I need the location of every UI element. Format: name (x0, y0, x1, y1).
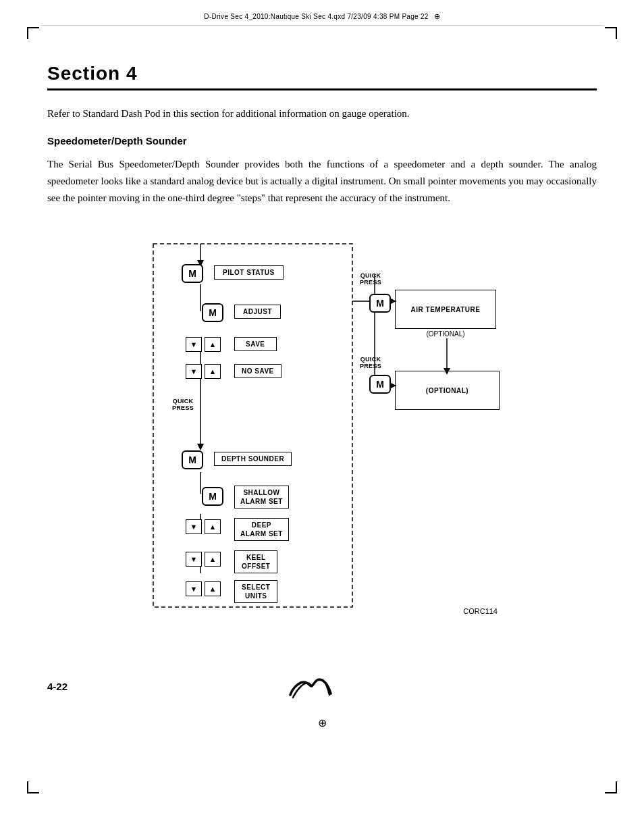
select-units-up-arrow[interactable]: ▲ (205, 581, 221, 596)
footer: 4-22 (0, 656, 644, 716)
air-temp-box: AIR TEMPERATURE (395, 290, 496, 329)
pilot-status-m-button[interactable]: M (182, 264, 203, 283)
quick-press-left-label: QUICKPRESS (172, 398, 194, 411)
shallow-alarm-m-button[interactable]: M (202, 487, 223, 506)
adjust-label: ADJUST (234, 305, 281, 319)
save-label: SAVE (234, 337, 277, 351)
diagram: M PILOT STATUS M ADJUST ▼ ▲ SAVE ▼ ▲ NO … (146, 224, 498, 615)
depth-sounder-label: DEPTH SOUNDER (214, 452, 292, 466)
shallow-alarm-label: SHALLOWALARM SET (234, 486, 289, 509)
water-temp-m-button[interactable]: M (369, 375, 391, 394)
water-temp-label: (OPTIONAL) (426, 387, 468, 394)
depth-sounder-m-button[interactable]: M (182, 450, 203, 469)
header-text: D-Drive Sec 4_2010:Nautique Ski Sec 4.qx… (204, 13, 428, 20)
bottom-crosshair: ⊕ (0, 716, 644, 740)
deep-alarm-up-arrow[interactable]: ▲ (205, 519, 221, 534)
water-temp-box: (OPTIONAL) (395, 371, 500, 410)
pilot-status-label: PILOT STATUS (214, 265, 284, 280)
page-number: 4-22 (47, 681, 68, 692)
logo-area (285, 669, 339, 703)
nautique-logo-icon (285, 669, 339, 703)
corner-mark-bl (27, 781, 39, 793)
section-title: Section 4 (47, 63, 597, 90)
air-temp-label: AIR TEMPERATURE (411, 306, 481, 313)
quick-press-right-mid-label: QUICKPRESS (360, 356, 381, 369)
quick-press-right-top-label: QUICKPRESS (360, 272, 381, 286)
header-crosshair-icon: ⊕ (434, 12, 440, 21)
header-bar: D-Drive Sec 4_2010:Nautique Ski Sec 4.qx… (0, 0, 644, 25)
air-temp-m-button[interactable]: M (369, 294, 391, 313)
corc-label: CORC114 (463, 607, 498, 615)
select-units-down-arrow[interactable]: ▼ (186, 581, 202, 596)
save-down-arrow[interactable]: ▼ (186, 337, 202, 352)
nosave-label: NO SAVE (234, 364, 281, 378)
intro-paragraph: Refer to Standard Dash Pod in this secti… (47, 105, 597, 122)
nosave-up-arrow[interactable]: ▲ (205, 364, 221, 379)
nosave-down-arrow[interactable]: ▼ (186, 364, 202, 379)
air-optional-label: (OPTIONAL) (395, 330, 496, 338)
select-units-label: SELECTUNITS (234, 580, 277, 603)
body-paragraph: The Serial Bus Speedometer/Depth Sounder… (47, 156, 597, 206)
deep-alarm-down-arrow[interactable]: ▼ (186, 519, 202, 534)
bottom-crosshair-icon: ⊕ (318, 716, 327, 729)
svg-marker-6 (197, 444, 204, 450)
deep-alarm-label: DEEPALARM SET (234, 518, 289, 541)
save-up-arrow[interactable]: ▲ (205, 337, 221, 352)
main-content: Section 4 Refer to Standard Dash Pod in … (0, 26, 644, 649)
adjust-m-button[interactable]: M (202, 303, 223, 322)
keel-offset-down-arrow[interactable]: ▼ (186, 552, 202, 567)
diagram-container: M PILOT STATUS M ADJUST ▼ ▲ SAVE ▼ ▲ NO … (47, 224, 597, 615)
keel-offset-up-arrow[interactable]: ▲ (205, 552, 221, 567)
page: D-Drive Sec 4_2010:Nautique Ski Sec 4.qx… (0, 0, 644, 834)
keel-offset-label: KEELOFFSET (234, 550, 277, 573)
corner-mark-br (605, 781, 617, 793)
subsection-title: Speedometer/Depth Sounder (47, 135, 597, 147)
